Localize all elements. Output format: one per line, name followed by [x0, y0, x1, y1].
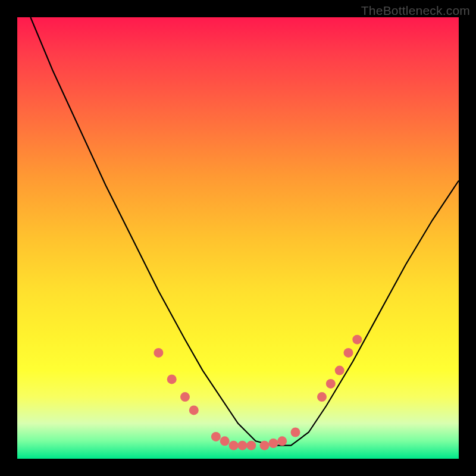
highlight-dot [260, 441, 270, 450]
highlight-dot [291, 428, 300, 437]
highlight-dot [326, 379, 336, 389]
highlight-dot [352, 335, 362, 345]
chart-plot-area [17, 17, 459, 459]
highlight-dot [220, 436, 230, 446]
highlight-dot [317, 392, 327, 402]
bottleneck-curve [30, 17, 459, 446]
highlight-dot [335, 366, 345, 375]
highlight-dot [237, 441, 247, 450]
highlight-dot [277, 436, 287, 446]
highlight-dot [180, 392, 190, 402]
highlight-dot [344, 348, 353, 358]
highlight-dot [167, 374, 177, 384]
highlight-dot [211, 432, 221, 441]
highlight-dot [229, 441, 239, 450]
chart-svg [17, 17, 459, 459]
highlight-dot [246, 441, 256, 450]
highlight-dot [154, 348, 163, 358]
highlight-dot [268, 439, 278, 448]
watermark-text: TheBottleneck.com [361, 4, 470, 18]
highlight-dots [154, 335, 362, 450]
highlight-dot [189, 405, 199, 415]
